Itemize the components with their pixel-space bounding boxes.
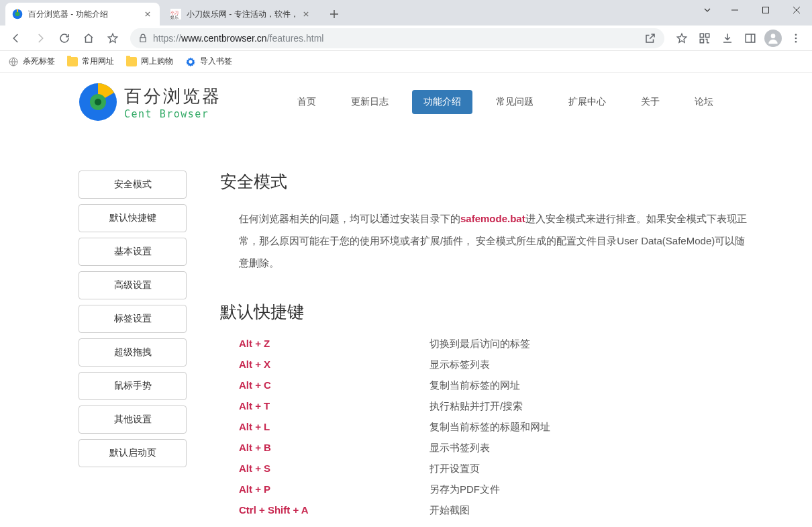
shortcut-row: Alt + X显示标签列表	[239, 358, 752, 371]
forward-button[interactable]	[30, 28, 51, 49]
sidebar-item-tabs[interactable]: 标签设置	[79, 305, 187, 333]
favicon-icon: 小刀娱乐	[170, 9, 181, 19]
svg-point-12	[795, 37, 797, 39]
shortcut-row: Alt + B显示书签列表	[239, 442, 752, 454]
browser-toolbar: https://www.centbrowser.cn/features.html	[0, 26, 812, 51]
shortcut-row: Alt + P另存为PDF文件	[239, 483, 752, 496]
bookmark-item-kill-tabs[interactable]: 杀死标签	[8, 56, 55, 67]
nav-home[interactable]: 首页	[286, 90, 327, 114]
browser-titlebar: 百分浏览器 - 功能介绍 小刀娱乐 小刀娱乐网 - 专注活动，软件，	[0, 0, 812, 26]
site-logo[interactable]: 百分浏览器 Cent Browser	[79, 83, 221, 122]
sidebar-item-basic[interactable]: 基本设置	[79, 238, 187, 266]
browser-tab-active[interactable]: 百分浏览器 - 功能介绍	[5, 3, 160, 26]
address-bar[interactable]: https://www.centbrowser.cn/features.html	[130, 28, 664, 48]
qr-icon[interactable]	[694, 28, 715, 49]
safemode-bat-text: safemode.bat	[460, 213, 525, 224]
window-controls	[695, 0, 812, 20]
bookmarks-bar: 杀死标签 常用网址 网上购物 导入书签	[0, 51, 812, 73]
svg-point-10	[771, 34, 776, 38]
shortcut-row: Alt + L复制当前标签的标题和网址	[239, 421, 752, 434]
home-button[interactable]	[78, 28, 99, 49]
nav-features[interactable]: 功能介绍	[412, 90, 472, 114]
menu-button[interactable]	[785, 28, 807, 49]
svg-point-1	[15, 12, 20, 17]
shortcut-row: Alt + S打开设置页	[239, 463, 752, 475]
svg-rect-6	[700, 34, 703, 37]
feature-sidebar: 安全模式 默认快捷键 基本设置 高级设置 标签设置 超级拖拽 鼠标手势 其他设置…	[79, 171, 187, 467]
globe-icon	[8, 56, 19, 67]
browser-tab-inactive[interactable]: 小刀娱乐 小刀娱乐网 - 专注活动，软件，	[164, 3, 318, 26]
svg-point-11	[795, 34, 797, 36]
svg-point-17	[95, 99, 101, 105]
shortcut-row: Ctrl + Shift + A开始截图	[239, 504, 752, 517]
close-tab-icon[interactable]	[301, 9, 311, 19]
close-window-button[interactable]	[781, 0, 812, 20]
bookmark-star-icon[interactable]	[102, 28, 123, 49]
reload-button[interactable]	[54, 28, 75, 49]
sidebar-item-other[interactable]: 其他设置	[79, 405, 187, 434]
tab-title: 百分浏览器 - 功能介绍	[28, 9, 142, 20]
svg-point-13	[795, 40, 797, 42]
gear-icon	[185, 56, 196, 67]
share-icon[interactable]	[644, 32, 656, 44]
sidebar-item-shortcuts[interactable]: 默认快捷键	[79, 204, 187, 232]
bookmark-item-import[interactable]: 导入书签	[185, 56, 232, 67]
close-tab-icon[interactable]	[142, 9, 153, 19]
tab-title: 小刀娱乐网 - 专注活动，软件，	[187, 9, 301, 20]
nav-faq[interactable]: 常见问题	[485, 90, 545, 114]
svg-rect-5	[763, 7, 769, 13]
shortcut-row: Alt + T执行粘贴并打开/搜索	[239, 400, 752, 413]
shortcuts-table: Alt + Z切换到最后访问的标签 Alt + X显示标签列表 Alt + C复…	[239, 338, 752, 517]
nav-about[interactable]: 关于	[629, 90, 671, 114]
shortcut-row: Alt + C复制当前标签的网址	[239, 379, 752, 392]
section-shortcuts-title: 默认快捷键	[220, 301, 752, 323]
sidebar-item-mouse[interactable]: 鼠标手势	[79, 372, 187, 400]
sidebar-item-startup[interactable]: 默认启动页	[79, 439, 187, 467]
bookmark-folder-shopping[interactable]: 网上购物	[126, 56, 173, 67]
svg-rect-8	[700, 39, 703, 42]
folder-icon	[126, 57, 137, 66]
nav-forum[interactable]: 论坛	[683, 90, 725, 114]
shortcut-row: Alt + Z切换到最后访问的标签	[239, 338, 752, 350]
tab-search-icon[interactable]	[695, 0, 719, 20]
svg-rect-7	[706, 34, 709, 37]
profile-avatar[interactable]	[762, 28, 784, 49]
bookmark-folder-common[interactable]: 常用网址	[67, 56, 114, 67]
site-header: 百分浏览器 Cent Browser 首页 更新日志 功能介绍 常见问题 扩展中…	[0, 73, 812, 132]
logo-icon	[79, 83, 117, 122]
section-safemode-text: 任何浏览器相关的问题，均可以通过安装目录下的safemode.bat进入安全模式…	[239, 207, 752, 274]
site-nav: 首页 更新日志 功能介绍 常见问题 扩展中心 关于 论坛	[274, 90, 725, 114]
svg-rect-9	[746, 34, 755, 42]
logo-cn-text: 百分浏览器	[124, 85, 221, 108]
main-content: 安全模式 任何浏览器相关的问题，均可以通过安装目录下的safemode.bat进…	[220, 171, 812, 525]
nav-extensions[interactable]: 扩展中心	[557, 90, 617, 114]
sidepanel-icon[interactable]	[740, 28, 761, 49]
back-button[interactable]	[5, 28, 27, 49]
new-tab-button[interactable]	[325, 5, 344, 23]
page-content[interactable]: 百分浏览器 Cent Browser 首页 更新日志 功能介绍 常见问题 扩展中…	[0, 73, 812, 527]
favicon-icon	[12, 9, 23, 19]
logo-en-text: Cent Browser	[124, 108, 221, 120]
maximize-button[interactable]	[750, 0, 781, 20]
sidebar-item-drag[interactable]: 超级拖拽	[79, 338, 187, 367]
download-icon[interactable]	[717, 28, 738, 49]
star-outline-icon[interactable]	[671, 28, 693, 49]
lock-icon	[138, 34, 148, 43]
folder-icon	[67, 57, 78, 66]
sidebar-item-advanced[interactable]: 高级设置	[79, 271, 187, 299]
page-body: 安全模式 默认快捷键 基本设置 高级设置 标签设置 超级拖拽 鼠标手势 其他设置…	[0, 132, 812, 525]
svg-text:小刀: 小刀	[170, 11, 179, 15]
svg-text:娱乐: 娱乐	[170, 15, 179, 19]
minimize-button[interactable]	[719, 0, 750, 20]
nav-changelog[interactable]: 更新日志	[340, 90, 400, 114]
section-safemode-title: 安全模式	[220, 171, 752, 193]
sidebar-item-safemode[interactable]: 安全模式	[79, 171, 187, 199]
url-text: https://www.centbrowser.cn/features.html	[153, 33, 644, 44]
